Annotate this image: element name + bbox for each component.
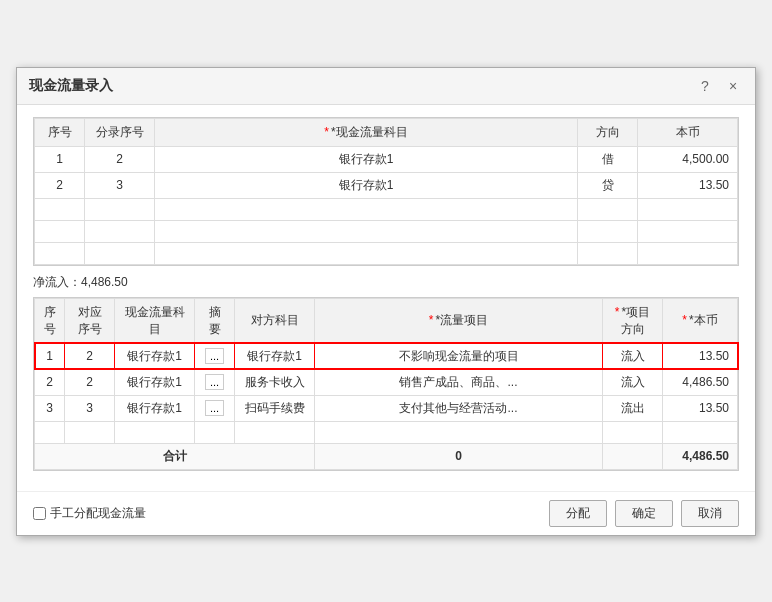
row1-entry-seq: 2 xyxy=(85,146,155,172)
top-table-container: 序号 分录序号 *现金流量科目 方向 本币 1 2 银行存款1 借 4,500.… xyxy=(33,117,739,266)
b-row3-flow-item: 支付其他与经营活动... xyxy=(315,395,603,421)
b-col-cash-subject: 现金流量科目 xyxy=(115,298,195,343)
manual-assign-checkbox[interactable] xyxy=(33,507,46,520)
footer-right: 分配 确定 取消 xyxy=(549,500,739,527)
b-row3-direction: 流出 xyxy=(603,395,663,421)
bottom-table-head: 序号 对应序号 现金流量科目 摘要 对方科目 *流量项目 *项目方向 *本币 xyxy=(35,298,738,343)
row1-amount: 4,500.00 xyxy=(638,146,738,172)
b-row1-amount: 13.50 xyxy=(663,343,738,369)
col-seq: 序号 xyxy=(35,118,85,146)
table-row-empty xyxy=(35,198,738,220)
b-col-corr-seq: 对应序号 xyxy=(65,298,115,343)
b-row2-counter-subject: 服务卡收入 xyxy=(235,369,315,395)
assign-button[interactable]: 分配 xyxy=(549,500,607,527)
manual-assign-label: 手工分配现金流量 xyxy=(50,505,146,522)
dialog-body: 序号 分录序号 *现金流量科目 方向 本币 1 2 银行存款1 借 4,500.… xyxy=(17,105,755,491)
b-row3-corr-seq: 3 xyxy=(65,395,115,421)
b-col-amount: *本币 xyxy=(663,298,738,343)
b-row1-summary[interactable]: ... xyxy=(195,343,235,369)
help-icon[interactable]: ? xyxy=(695,76,715,96)
b-row2-direction: 流入 xyxy=(603,369,663,395)
row1-direction: 借 xyxy=(578,146,638,172)
table-row-empty xyxy=(35,220,738,242)
b-col-seq: 序号 xyxy=(35,298,65,343)
b-row2-seq: 2 xyxy=(35,369,65,395)
b-row1-cash-subject: 银行存款1 xyxy=(115,343,195,369)
b-row2-flow-item: 销售产成品、商品、... xyxy=(315,369,603,395)
table-row: 1 2 银行存款1 借 4,500.00 xyxy=(35,146,738,172)
header-icons: ? × xyxy=(695,76,743,96)
table-row: 1 2 银行存款1 ... 银行存款1 不影响现金流量的项目 流入 13.50 xyxy=(35,343,738,369)
manual-assign-checkbox-label[interactable]: 手工分配现金流量 xyxy=(33,505,146,522)
col-amount: 本币 xyxy=(638,118,738,146)
table-row: 2 3 银行存款1 贷 13.50 xyxy=(35,172,738,198)
summary-btn[interactable]: ... xyxy=(205,400,224,416)
b-row1-corr-seq: 2 xyxy=(65,343,115,369)
b-row2-amount: 4,486.50 xyxy=(663,369,738,395)
table-row: 2 2 银行存款1 ... 服务卡收入 销售产成品、商品、... 流入 4,48… xyxy=(35,369,738,395)
confirm-button[interactable]: 确定 xyxy=(615,500,673,527)
b-col-counter-subject: 对方科目 xyxy=(235,298,315,343)
dialog-footer: 手工分配现金流量 分配 确定 取消 xyxy=(17,491,755,535)
b-row2-summary[interactable]: ... xyxy=(195,369,235,395)
b-col-summary: 摘要 xyxy=(195,298,235,343)
dialog-header: 现金流量录入 ? × xyxy=(17,68,755,105)
total-label: 合计 xyxy=(35,443,315,469)
close-icon[interactable]: × xyxy=(723,76,743,96)
b-row3-seq: 3 xyxy=(35,395,65,421)
top-table: 序号 分录序号 *现金流量科目 方向 本币 1 2 银行存款1 借 4,500.… xyxy=(34,118,738,265)
table-row: 3 3 银行存款1 ... 扫码手续费 支付其他与经营活动... 流出 13.5… xyxy=(35,395,738,421)
top-table-body: 1 2 银行存款1 借 4,500.00 2 3 银行存款1 贷 13.50 xyxy=(35,146,738,264)
b-row3-cash-subject: 银行存款1 xyxy=(115,395,195,421)
total-middle: 0 xyxy=(315,443,603,469)
footer-left: 手工分配现金流量 xyxy=(33,505,146,522)
top-table-head: 序号 分录序号 *现金流量科目 方向 本币 xyxy=(35,118,738,146)
bottom-table-body: 1 2 银行存款1 ... 银行存款1 不影响现金流量的项目 流入 13.50 … xyxy=(35,343,738,469)
b-row1-counter-subject: 银行存款1 xyxy=(235,343,315,369)
b-row1-flow-item: 不影响现金流量的项目 xyxy=(315,343,603,369)
row2-amount: 13.50 xyxy=(638,172,738,198)
table-row-empty xyxy=(35,421,738,443)
table-row-empty xyxy=(35,242,738,264)
row1-cash-subject: 银行存款1 xyxy=(155,146,578,172)
cash-flow-dialog: 现金流量录入 ? × 序号 分录序号 *现金流量科目 方向 本币 xyxy=(16,67,756,536)
row2-direction: 贷 xyxy=(578,172,638,198)
b-col-flow-item: *流量项目 xyxy=(315,298,603,343)
b-row1-seq: 1 xyxy=(35,343,65,369)
b-row3-counter-subject: 扫码手续费 xyxy=(235,395,315,421)
total-amount: 4,486.50 xyxy=(663,443,738,469)
b-col-direction: *项目方向 xyxy=(603,298,663,343)
row2-cash-subject: 银行存款1 xyxy=(155,172,578,198)
dialog-title: 现金流量录入 xyxy=(29,77,113,95)
total-row: 合计 0 4,486.50 xyxy=(35,443,738,469)
bottom-table: 序号 对应序号 现金流量科目 摘要 对方科目 *流量项目 *项目方向 *本币 1 xyxy=(34,298,738,470)
summary-btn[interactable]: ... xyxy=(205,348,224,364)
b-row2-cash-subject: 银行存款1 xyxy=(115,369,195,395)
b-row1-direction: 流入 xyxy=(603,343,663,369)
b-row3-summary[interactable]: ... xyxy=(195,395,235,421)
row1-seq: 1 xyxy=(35,146,85,172)
col-direction: 方向 xyxy=(578,118,638,146)
cancel-button[interactable]: 取消 xyxy=(681,500,739,527)
summary-btn[interactable]: ... xyxy=(205,374,224,390)
col-cash-subject: *现金流量科目 xyxy=(155,118,578,146)
net-flow-label: 净流入：4,486.50 xyxy=(33,274,739,291)
col-entry-seq: 分录序号 xyxy=(85,118,155,146)
bottom-table-container: 序号 对应序号 现金流量科目 摘要 对方科目 *流量项目 *项目方向 *本币 1 xyxy=(33,297,739,471)
row2-entry-seq: 3 xyxy=(85,172,155,198)
b-row2-corr-seq: 2 xyxy=(65,369,115,395)
row2-seq: 2 xyxy=(35,172,85,198)
b-row3-amount: 13.50 xyxy=(663,395,738,421)
